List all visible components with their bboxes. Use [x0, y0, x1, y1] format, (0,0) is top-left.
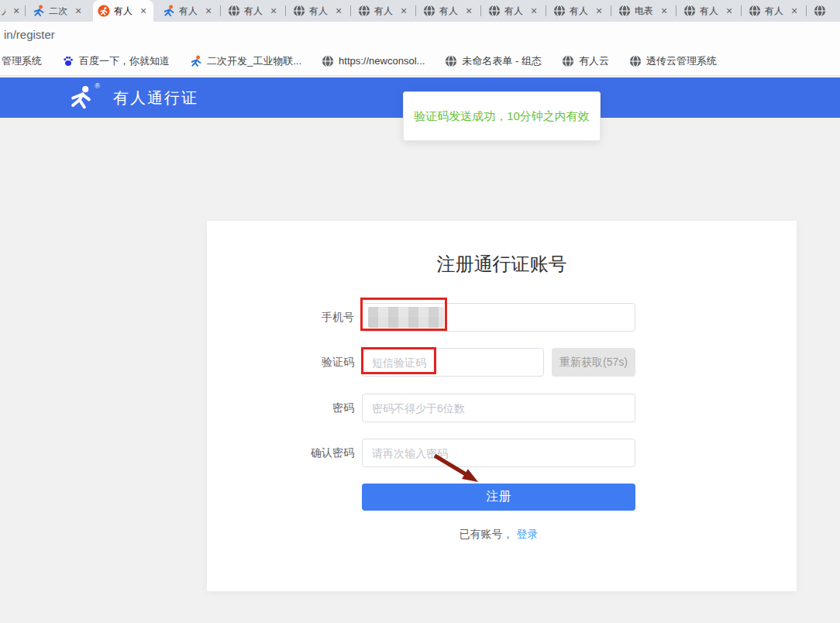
bookmark-item[interactable]: 管理系统 [2, 54, 42, 68]
login-footer: 已有账号， 登录 [362, 528, 635, 542]
usr-runner-favicon [163, 5, 175, 17]
bookmark-item[interactable]: 二次开发_工业物联... [190, 54, 301, 68]
tab-title: 有人 [570, 5, 590, 18]
confirm-password-label: 确认密码 [222, 439, 354, 467]
annotation-arrow-icon [422, 449, 492, 488]
globe-icon [322, 55, 334, 67]
bookmark-label: 未命名表单 - 组态 [462, 54, 542, 68]
globe-icon [445, 55, 457, 67]
address-bar[interactable]: in/register [0, 22, 840, 46]
browser-tab[interactable]: 有人 [158, 0, 219, 22]
usr-runner-favicon [33, 5, 45, 17]
tab-title: 二次 [49, 5, 69, 18]
baidu-paw-icon [62, 55, 74, 67]
globe-favicon [293, 5, 305, 17]
bookmark-item[interactable]: 未命名表单 - 组态 [445, 54, 542, 68]
brand-title: 有人通行证 [113, 88, 198, 108]
browser-tab[interactable]: 有人 [353, 0, 414, 22]
globe-favicon [553, 5, 566, 17]
globe-favicon [228, 5, 240, 17]
globe-favicon [749, 5, 761, 17]
globe-favicon [814, 5, 826, 17]
tab-close-icon[interactable] [659, 5, 670, 16]
browser-tab[interactable]: 人 [0, 0, 23, 22]
bookmark-label: 有人云 [579, 54, 609, 68]
usr-runner-icon [190, 55, 202, 67]
globe-icon [562, 55, 574, 67]
browser-tab[interactable]: 有人 [744, 0, 804, 22]
tab-title: 有人 [374, 5, 394, 18]
tab-close-icon[interactable] [594, 5, 604, 16]
browser-window: 人 二次 [0, 0, 840, 623]
tab-strip: 人 二次 [0, 0, 840, 22]
globe-favicon [618, 5, 631, 17]
tab-close-icon[interactable] [463, 5, 474, 16]
bookmark-item[interactable]: 透传云管理系统 [629, 54, 717, 68]
tab-title: 有人 [700, 5, 720, 18]
usr-logo-icon [68, 84, 95, 111]
phone-label: 手机号 [222, 303, 354, 332]
globe-favicon [358, 5, 370, 17]
browser-tab[interactable]: 有人 [484, 0, 544, 22]
browser-tab[interactable]: 电表 [614, 0, 674, 22]
tab-title: 有人 [114, 5, 134, 18]
globe-favicon [488, 5, 501, 17]
tab-close-icon[interactable] [398, 5, 409, 16]
toast-message: 验证码发送成功，10分钟之内有效 [403, 91, 601, 141]
globe-icon [629, 55, 642, 67]
bookmarks-bar: 管理系统 百度一下，你就知道 [0, 46, 840, 76]
tab-close-icon[interactable] [138, 5, 149, 16]
browser-tab[interactable]: 有人 [93, 0, 153, 22]
tab-close-icon[interactable] [789, 5, 800, 16]
form-title: 注册通行证账号 [207, 252, 797, 277]
tab-title: 有人 [765, 5, 785, 18]
browser-tab[interactable]: 有人 [418, 0, 479, 22]
browser-tab[interactable]: 有人 [679, 0, 739, 22]
bookmark-item[interactable]: 百度一下，你就知道 [62, 54, 170, 68]
tab-title: 有人 [244, 5, 264, 18]
annotation-box-phone [360, 298, 447, 331]
password-label: 密码 [222, 394, 354, 422]
usr-orange-favicon [98, 5, 110, 17]
tab-title: 有人 [179, 5, 199, 18]
tab-close-icon[interactable] [528, 5, 539, 16]
tab-close-icon[interactable] [724, 5, 735, 16]
tab-title: 电表 [635, 5, 655, 18]
bookmark-label: 管理系统 [2, 54, 42, 68]
bookmark-item[interactable]: https://newconsol... [322, 55, 425, 67]
globe-favicon [423, 5, 435, 17]
browser-tab[interactable]: 有人 [223, 0, 284, 22]
url-text[interactable]: in/register [0, 28, 55, 41]
resend-code-button[interactable]: 重新获取(57s) [552, 348, 635, 377]
bookmark-item[interactable]: 有人云 [562, 54, 609, 68]
tab-close-icon[interactable] [11, 5, 22, 16]
annotation-box-code [361, 347, 436, 374]
password-input[interactable] [362, 394, 635, 422]
tab-close-icon[interactable] [268, 5, 279, 16]
register-button[interactable]: 注册 [362, 484, 635, 511]
register-card: 注册通行证账号 手机号 验证码 重新获取(57s) 密码 确认密码 注册 已有账… [207, 221, 797, 591]
bookmark-label: https://newconsol... [339, 55, 425, 67]
login-link[interactable]: 登录 [516, 528, 538, 540]
globe-favicon [683, 5, 696, 17]
browser-tab[interactable]: 有人 [288, 0, 349, 22]
toast-text: 验证码发送成功，10分钟之内有效 [414, 109, 590, 124]
tab-title: 有人 [439, 5, 460, 18]
tab-title: 人 [2, 5, 5, 18]
browser-tab[interactable] [809, 0, 840, 22]
confirm-password-input[interactable] [362, 439, 635, 467]
code-label: 验证码 [222, 348, 354, 377]
tab-title: 有人 [504, 5, 525, 18]
tab-close-icon[interactable] [333, 5, 344, 16]
bookmark-label: 二次开发_工业物联... [207, 54, 301, 68]
tab-title: 有人 [309, 5, 329, 18]
browser-tab[interactable]: 二次 [28, 0, 88, 22]
bookmark-label: 百度一下，你就知道 [79, 54, 170, 68]
bookmark-label: 透传云管理系统 [646, 54, 717, 68]
tab-close-icon[interactable] [203, 5, 214, 16]
tab-close-icon[interactable] [73, 5, 84, 16]
have-account-text: 已有账号， [460, 528, 514, 540]
browser-tab[interactable]: 有人 [549, 0, 609, 22]
